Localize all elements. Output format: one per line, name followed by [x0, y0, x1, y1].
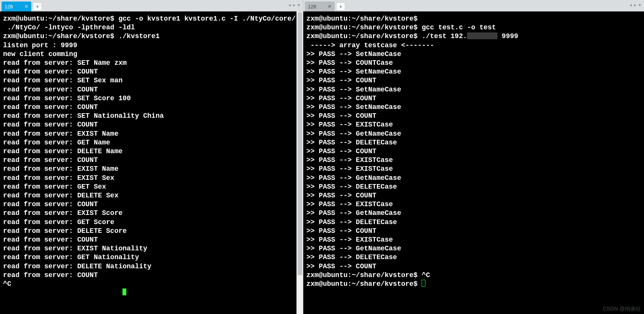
close-icon[interactable]: ✕: [328, 4, 332, 9]
scrollbar-left[interactable]: [296, 11, 303, 314]
close-icon[interactable]: ✕: [24, 4, 28, 9]
tab-nav-left: ◂ ▸ ▾: [288, 2, 301, 8]
tab-label: 128: [5, 4, 13, 10]
terminal-left[interactable]: zxm@ubuntu:~/share/kvstore$ gcc -o kvsto…: [0, 11, 296, 314]
tab-bar-left: 128 ✕ + ◂ ▸ ▾: [0, 0, 303, 11]
tab-label: 128: [308, 4, 316, 10]
new-tab-button-right[interactable]: +: [336, 2, 345, 11]
next-tab-icon[interactable]: ▸: [633, 2, 637, 8]
tab-128-left[interactable]: 128 ✕: [2, 2, 31, 11]
tab-bar-right: 128 ✕ + ◂ ▸ ▾: [303, 0, 644, 11]
tab-128-right[interactable]: 128 ✕: [305, 2, 335, 11]
left-terminal-pane: 128 ✕ + ◂ ▸ ▾ zxm@ubuntu:~/share/kvstore…: [0, 0, 303, 314]
tab-menu-icon[interactable]: ▾: [297, 2, 301, 8]
new-tab-button-left[interactable]: +: [33, 2, 42, 11]
next-tab-icon[interactable]: ▸: [292, 2, 296, 8]
tab-menu-icon[interactable]: ▾: [638, 2, 642, 8]
terminal-right[interactable]: zxm@ubuntu:~/share/kvstore$ zxm@ubuntu:~…: [303, 11, 644, 314]
tab-nav-right: ◂ ▸ ▾: [629, 2, 642, 8]
prev-tab-icon[interactable]: ◂: [629, 2, 633, 8]
right-terminal-pane: 128 ✕ + ◂ ▸ ▾ zxm@ubuntu:~/share/kvstore…: [303, 0, 644, 314]
prev-tab-icon[interactable]: ◂: [288, 2, 291, 8]
